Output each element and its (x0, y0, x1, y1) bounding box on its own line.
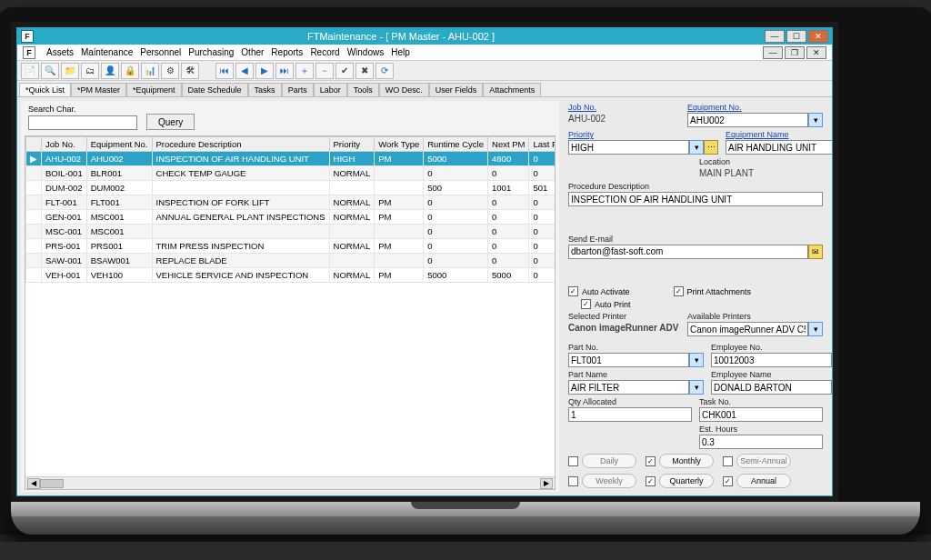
table-row[interactable]: GEN-001MSC001ANNUAL GENERAL PLANT INSPEC… (26, 210, 556, 225)
nav-cancel-icon[interactable]: ✖ (355, 63, 374, 79)
column-header[interactable]: Priority (329, 137, 375, 152)
table-row[interactable]: MSC-001MSC0010000 (26, 225, 556, 239)
toolbar-btn-1[interactable]: 📄 (21, 63, 39, 79)
table-row[interactable]: DUM-002DUM00250010015010 (26, 181, 556, 195)
priority-label[interactable]: Priority (568, 130, 718, 139)
mdi-minimize-button[interactable]: — (763, 46, 783, 59)
toolbar-btn-3[interactable]: 📁 (61, 63, 79, 79)
table-row[interactable]: SAW-001BSAW001REPLACE BLADE0000 (26, 254, 556, 268)
tab-equipment[interactable]: *Equipment (126, 83, 182, 96)
scroll-right-icon[interactable]: ▶ (540, 478, 553, 489)
column-header[interactable]: Equipment No. (86, 137, 152, 152)
scroll-left-icon[interactable]: ◀ (27, 478, 40, 489)
part-no-input[interactable] (568, 353, 689, 367)
part-name-input[interactable] (568, 380, 689, 395)
daily-checkbox[interactable] (568, 456, 578, 466)
nav-refresh-icon[interactable]: ⟳ (375, 63, 394, 79)
avail-printer-input[interactable] (687, 322, 808, 336)
auto-activate-checkbox[interactable]: ✓ (568, 286, 578, 296)
qty-input[interactable] (568, 407, 692, 422)
equip-no-dropdown-icon[interactable]: ▾ (808, 113, 823, 127)
app-menu-icon[interactable]: F (23, 46, 35, 59)
menu-assets[interactable]: Assets (46, 47, 74, 57)
auto-print-checkbox[interactable]: ✓ (581, 299, 591, 309)
horizontal-scrollbar[interactable]: ◀ ▶ (25, 476, 555, 489)
annual-button[interactable]: Annual (736, 474, 791, 488)
monthly-button[interactable]: Monthly (659, 454, 714, 468)
tab-wo-desc[interactable]: WO Desc. (379, 83, 429, 96)
results-grid[interactable]: Job No.Equipment No.Procedure Descriptio… (25, 135, 556, 490)
tab-tools[interactable]: Tools (347, 83, 379, 96)
quarterly-checkbox[interactable]: ✓ (646, 476, 656, 486)
priority-input[interactable] (568, 140, 689, 155)
toolbar-btn-9[interactable]: 🛠 (181, 63, 199, 79)
table-row[interactable]: PRS-001PRS001TRIM PRESS INSPECTIONNORMAL… (26, 239, 556, 254)
emp-name-input[interactable] (711, 380, 832, 395)
priority-dropdown-icon[interactable]: ▾ (689, 140, 704, 155)
nav-next-icon[interactable]: ▶ (255, 63, 274, 79)
equip-no-label[interactable]: Equipment No. (687, 103, 823, 112)
toolbar-btn-7[interactable]: 📊 (141, 63, 159, 79)
quarterly-button[interactable]: Quarterly (659, 474, 714, 488)
table-row[interactable]: ▶AHU-002AHU002INSPECTION OF AIR HANDLING… (26, 152, 556, 166)
job-no-label[interactable]: Job No. (568, 103, 680, 112)
email-input[interactable] (568, 245, 808, 259)
close-button[interactable]: ✕ (808, 30, 828, 43)
nav-add-icon[interactable]: ＋ (295, 63, 314, 79)
nav-confirm-icon[interactable]: ✔ (335, 63, 354, 79)
toolbar-btn-5[interactable]: 👤 (101, 63, 119, 79)
table-row[interactable]: VEH-001VEH100VEHICLE SERVICE AND INSPECT… (26, 268, 556, 283)
column-header[interactable]: Job No. (42, 137, 87, 152)
menu-windows[interactable]: Windows (347, 47, 385, 57)
mdi-restore-button[interactable]: ❐ (785, 46, 805, 59)
est-hours-input[interactable] (699, 435, 823, 449)
toolbar-btn-8[interactable]: ⚙ (161, 63, 179, 79)
menu-record[interactable]: Record (310, 47, 339, 57)
titlebar[interactable]: F FTMaintenance - [ PM Master - AHU-002 … (17, 28, 832, 45)
tab-attachments[interactable]: Attachments (483, 83, 541, 96)
print-attachments-checkbox[interactable]: ✓ (674, 286, 684, 296)
column-header[interactable]: Procedure Description (152, 137, 329, 152)
weekly-checkbox[interactable] (568, 476, 578, 486)
nav-first-icon[interactable]: ⏮ (215, 63, 234, 79)
menu-personnel[interactable]: Personnel (140, 47, 181, 57)
weekly-button[interactable]: Weekly (582, 474, 636, 488)
tab-tasks[interactable]: Tasks (248, 83, 282, 96)
scroll-thumb[interactable] (40, 479, 64, 488)
equip-name-label[interactable]: Equipment Name (726, 130, 832, 139)
equip-no-input[interactable] (687, 113, 808, 127)
toolbar-btn-2[interactable]: 🔍 (41, 63, 59, 79)
column-header[interactable]: Last PM (529, 137, 556, 152)
annual-checkbox[interactable]: ✓ (723, 476, 733, 486)
nav-prev-icon[interactable]: ◀ (235, 63, 254, 79)
avail-printer-dropdown-icon[interactable]: ▾ (808, 322, 823, 336)
menu-purchasing[interactable]: Purchasing (188, 47, 234, 57)
email-send-icon[interactable]: ✉ (808, 245, 823, 259)
menu-help[interactable]: Help (391, 47, 410, 57)
task-no-input[interactable] (699, 407, 823, 422)
tab-parts[interactable]: Parts (282, 83, 314, 96)
semi-annual-button[interactable]: Semi-Annual (736, 454, 791, 468)
emp-no-input[interactable] (711, 353, 832, 367)
table-row[interactable]: FLT-001FLT001INSPECTION OF FORK LIFTNORM… (26, 195, 556, 210)
tab-pm-master[interactable]: *PM Master (71, 83, 126, 96)
equip-name-input[interactable] (726, 140, 832, 155)
menu-other[interactable]: Other (241, 47, 264, 57)
menu-maintenance[interactable]: Maintenance (81, 47, 133, 57)
part-name-dropdown-icon[interactable]: ▾ (689, 380, 704, 395)
tab-user-fields[interactable]: User Fields (429, 83, 484, 96)
tab-date-schedule[interactable]: Date Schedule (182, 83, 248, 96)
minimize-button[interactable]: — (765, 30, 785, 43)
nav-last-icon[interactable]: ⏭ (275, 63, 294, 79)
maximize-button[interactable]: ☐ (786, 30, 806, 43)
semi-annual-checkbox[interactable] (723, 456, 733, 466)
mdi-close-button[interactable]: ✕ (806, 46, 826, 59)
table-row[interactable]: BOIL-001BLR001CHECK TEMP GAUGENORMAL0000 (26, 166, 556, 181)
query-button[interactable]: Query (146, 114, 195, 130)
part-no-dropdown-icon[interactable]: ▾ (689, 353, 704, 367)
daily-button[interactable]: Daily (582, 454, 636, 468)
priority-aux-icon[interactable]: ⋯ (704, 140, 718, 155)
column-header[interactable]: Work Type (375, 137, 424, 152)
tab-quick-list[interactable]: *Quick List (19, 83, 71, 96)
search-input[interactable] (28, 115, 137, 130)
